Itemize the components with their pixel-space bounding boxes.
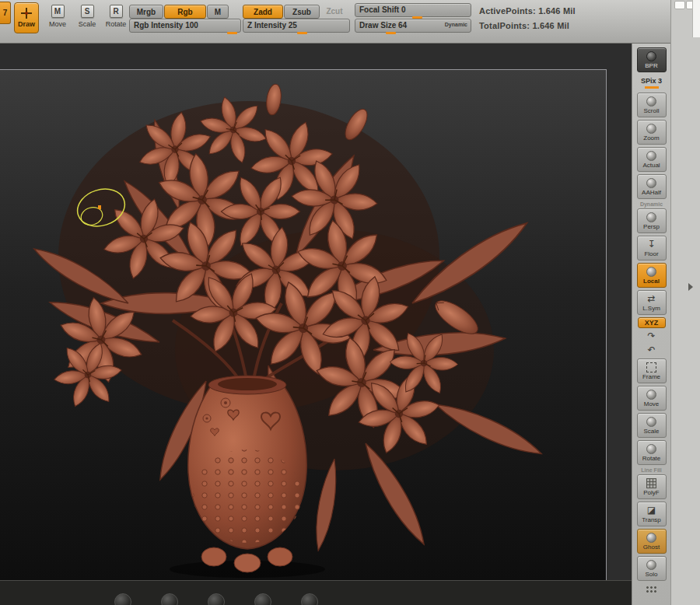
shelf-item-label: SPix 3 (641, 77, 662, 85)
shelf-item-ghost[interactable]: Ghost (637, 529, 667, 554)
rotate-sphere-icon (646, 444, 656, 454)
mini-slider-handle[interactable] (645, 86, 659, 89)
shelf-item-solo[interactable]: Solo (637, 556, 667, 581)
shelf-item-label: AAHalf (642, 189, 661, 196)
frame-box-icon (646, 362, 656, 372)
hand-scroll-icon (646, 96, 656, 107)
z-intensity-slider[interactable]: Z Intensity 25 (243, 19, 350, 33)
shelf-item-transp[interactable]: ◪Transp (637, 502, 667, 526)
scale-tool-button[interactable]: S Scale (73, 5, 101, 28)
shelf-item-label: Actual (642, 162, 660, 169)
mrgb-button[interactable]: Mrgb (129, 5, 163, 19)
shelf-item-spin-ccw[interactable]: ↶ (637, 344, 667, 356)
brush-cursor (68, 180, 138, 242)
shelf-item-label: Transp (642, 516, 661, 523)
rotate-key-icon: R (110, 5, 123, 18)
panel-expand-arrow-icon[interactable] (688, 283, 693, 291)
dots-icon (646, 586, 657, 593)
shelf-item-polyf[interactable]: PolyF (637, 474, 667, 499)
scale-sphere-icon (646, 417, 656, 427)
symmetry-arrows-icon: ⇄ (647, 294, 655, 304)
shelf-item-label: Zoom (643, 135, 659, 142)
shelf-item-rotate[interactable]: Rotate (637, 440, 667, 465)
m-button[interactable]: M (207, 5, 229, 19)
tool-label: Rotate (106, 20, 127, 28)
crosshair-icon (21, 8, 32, 19)
tray-knob[interactable] (301, 593, 318, 605)
transparency-icon: ◪ (647, 505, 656, 516)
tool-label: Draw (18, 20, 35, 28)
ghost-sphere-icon (646, 533, 656, 543)
document-canvas[interactable] (0, 44, 632, 580)
draw-size-slider[interactable]: Draw Size 64 Dynamic (355, 19, 471, 33)
shelf-item-actual[interactable]: Actual (637, 147, 667, 172)
shelf-item-label: Local (643, 278, 660, 285)
shelf-sub-label-persp: Dynamic (640, 201, 663, 208)
shelf-item-label: XYZ (645, 320, 659, 327)
sculpt-model-lily-vase[interactable] (0, 70, 606, 580)
render-sphere-icon (646, 51, 656, 61)
tool-label: Scale (79, 20, 96, 28)
tray-knob[interactable] (114, 593, 131, 605)
shelf-item-label: Scroll (643, 107, 659, 114)
move-tool-button[interactable]: M Move (44, 5, 72, 28)
shelf-item-label: Frame (642, 373, 660, 380)
move-key-icon: M (51, 5, 65, 18)
tool-label: Move (49, 20, 66, 28)
antialias-half-icon (646, 178, 656, 188)
shelf-item-persp[interactable]: Persp (637, 208, 667, 233)
shelf-item-local[interactable]: Local (637, 263, 667, 288)
corner-tool-button[interactable]: 7 (0, 2, 11, 24)
slider-handle[interactable] (297, 32, 307, 34)
dynamic-mode-label[interactable]: Dynamic (445, 22, 467, 27)
scale-key-icon: S (81, 5, 94, 18)
total-points-stat: TotalPoints: 1.646 Mil (479, 21, 569, 30)
shelf-item-aahalf[interactable]: AAHalf (637, 174, 667, 199)
shelf-item-dock[interactable] (637, 583, 667, 595)
bottom-tray (0, 580, 632, 605)
rgb-button[interactable]: Rgb (164, 5, 206, 19)
solo-sphere-icon (646, 560, 656, 570)
rgb-intensity-slider[interactable]: Rgb Intensity 100 (129, 19, 241, 33)
local-pivot-icon (646, 267, 656, 277)
tray-knob[interactable] (208, 593, 225, 605)
shelf-item-scroll[interactable]: Scroll (637, 93, 667, 117)
tray-knob[interactable] (161, 593, 178, 605)
shelf-sub-label-polyf: Line Fill (641, 467, 661, 474)
actual-size-icon (646, 151, 656, 161)
right-tray-strip (692, 0, 700, 37)
right-panel-edge (670, 0, 700, 605)
draw-tool-button[interactable]: Draw (14, 2, 39, 33)
tray-knob[interactable] (254, 593, 271, 605)
shelf-item-xyz[interactable]: XYZ (638, 317, 666, 328)
shelf-item-label: PolyF (643, 489, 659, 496)
hand-move-icon (646, 390, 656, 400)
spin-counterclockwise-icon: ↶ (647, 345, 655, 355)
spin-clockwise-icon: ↷ (647, 331, 655, 341)
document-area[interactable] (0, 69, 607, 580)
shelf-item-floor[interactable]: ↧Floor (637, 236, 667, 261)
shelf-item-label: Move (644, 400, 660, 407)
slider-handle[interactable] (386, 32, 396, 34)
shelf-item-move[interactable]: Move (637, 386, 667, 411)
active-points-stat: ActivePoints: 1.646 Mil (479, 6, 576, 16)
slider-label: Draw Size 64 (359, 21, 407, 30)
shelf-item-label: Solo (645, 571, 657, 578)
slider-label: Focal Shift 0 (359, 5, 405, 14)
zadd-button[interactable]: Zadd (243, 5, 283, 19)
zsub-button[interactable]: Zsub (284, 5, 320, 19)
shelf-item-label: BPR (645, 62, 657, 69)
slider-handle[interactable] (227, 32, 237, 34)
magnify-sphere-icon (646, 124, 656, 134)
shelf-item-spix[interactable]: SPix 3 (637, 75, 667, 90)
focal-shift-slider[interactable]: Focal Shift 0 (355, 3, 471, 17)
shelf-item-zoom[interactable]: Zoom (637, 120, 667, 145)
shelf-item-scale[interactable]: Scale (637, 413, 667, 438)
zcut-button: Zcut (320, 5, 348, 17)
rotate-tool-button[interactable]: R Rotate (102, 5, 130, 28)
shelf-item-lsym[interactable]: ⇄L.Sym (637, 290, 667, 315)
shelf-item-spin-cw[interactable]: ↷ (637, 330, 667, 342)
tray-divider-button[interactable] (674, 1, 685, 9)
shelf-item-frame[interactable]: Frame (637, 358, 667, 383)
shelf-item-bpr[interactable]: BPR (637, 47, 667, 72)
